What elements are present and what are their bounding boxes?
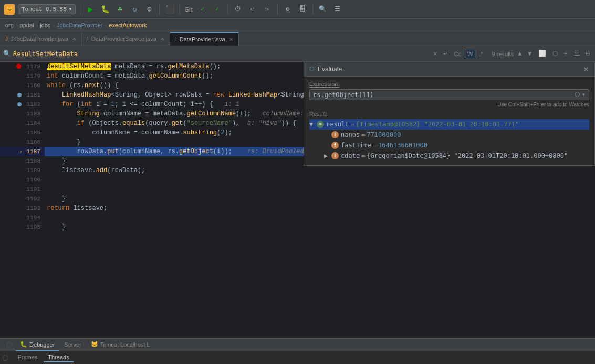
filter-button[interactable]: ⊟ (584, 49, 592, 59)
run-button[interactable]: ▶ (85, 4, 96, 15)
bottom-tab-server[interactable]: Server (60, 339, 85, 351)
result-tree: ▼ ∞ result = {Timestamp@10582} "2022-03-… (309, 119, 589, 161)
app-logo: 🐱 (4, 4, 15, 15)
settings-button[interactable]: ⚙ (282, 4, 294, 15)
tomcat-dropdown[interactable]: Tomcat 8.5.55 ▾ (18, 4, 76, 14)
linenum-1190: 1190 (24, 175, 40, 185)
tab-close-1[interactable]: ✕ (72, 36, 76, 42)
rerun-button[interactable]: ↩ (247, 4, 258, 15)
result-nanos-row[interactable]: f nanos = 771000000 (309, 130, 589, 140)
breadcrumb-class[interactable]: JdbcDataProvider (57, 22, 102, 28)
breadcrumb-method[interactable]: exectAutowork (109, 22, 147, 28)
debug-button[interactable]: 🐛 (99, 4, 111, 15)
code-line-1194: 1194 (0, 213, 595, 222)
result-val-nanos: 771000000 (367, 130, 401, 140)
breadcrumb-jdbc[interactable]: jdbc (40, 22, 50, 28)
sep4 (227, 4, 228, 15)
tab-jdbcdataprovider[interactable]: J JdbcDataProvider.java ✕ (0, 32, 82, 46)
expand-button[interactable]: ⬜ (536, 49, 548, 59)
linenum-1181: 1181 (24, 90, 40, 100)
bottom-subtab-frames[interactable]: Frames (14, 353, 41, 362)
linenum-1194: 1194 (24, 213, 40, 222)
next-result-button[interactable]: ▼ (526, 49, 534, 59)
options-button[interactable]: ⬡ (550, 49, 560, 59)
reload-button[interactable]: ↻ (129, 4, 140, 15)
gutter-1187: → 1187 (0, 147, 45, 156)
git-label: Git: (184, 6, 193, 13)
sep3 (180, 4, 180, 15)
code-1195: } (45, 222, 595, 232)
evaluate-close-button[interactable]: ✕ (583, 65, 589, 73)
match-case-button[interactable]: Cc (451, 50, 463, 58)
evaluate-expression-input[interactable] (313, 91, 572, 99)
result-val-root: {Timestamp@10582} "2022-03-01 20:10:01.7… (356, 120, 519, 129)
prev-search-button[interactable]: ↩ (441, 49, 449, 59)
result-icon-fasttime: f (331, 142, 339, 149)
bookmark-1181 (17, 93, 22, 97)
sep1 (80, 4, 80, 15)
sep2 (159, 4, 160, 15)
result-expand-root[interactable]: ▼ (309, 120, 317, 129)
bottom-tab-tomcat[interactable]: 🐱 Tomcat Localhost L (87, 339, 154, 351)
bottom-tab-debugger[interactable]: 🐛 Debugger (16, 339, 59, 351)
gutter-1180: 1180 (0, 81, 45, 90)
stop-button[interactable]: ⬛ (164, 4, 175, 15)
linenum-1183: 1183 (24, 109, 40, 119)
breadcrumb-org[interactable]: org (5, 22, 14, 28)
coverage-button[interactable]: ☘ (114, 4, 126, 15)
code-line-1195: 1195 } (0, 222, 595, 232)
result-icon-cdate: f (331, 152, 339, 159)
bottom-tabs: ⬡ 🐛 Debugger Server 🐱 Tomcat Localhost L (0, 339, 595, 351)
evaluate-dropdown-button[interactable]: ▾ (582, 91, 586, 99)
result-root-row[interactable]: ▼ ∞ result = {Timestamp@10582} "2022-03-… (309, 119, 589, 130)
git-checkmark1[interactable]: ✓ (197, 4, 208, 15)
result-name-fasttime: fastTime (341, 141, 371, 150)
bottom-panel: ⬡ 🐛 Debugger Server 🐱 Tomcat Localhost L… (0, 338, 595, 364)
editor-area: ⬤ 1178 ResultSetMetaData metaData = rs.g… (0, 62, 595, 338)
git-checkmark2[interactable]: ✓ (212, 4, 223, 15)
find-button[interactable]: ☰ (332, 4, 343, 15)
bottom-subtabs: Frames Threads (11, 351, 77, 364)
evaluate-expand-button[interactable]: ⬡ (575, 91, 580, 99)
prev-result-button[interactable]: ▲ (516, 49, 524, 59)
tab-label-2: DataProviderService.java (91, 36, 156, 42)
bottom-content: ⬡ Frames Threads (0, 351, 595, 364)
code-line-1192: 1192 } (0, 194, 595, 204)
code-1190 (45, 175, 595, 185)
evaluate-panel: ⬡ Evaluate ✕ Expression: ⬡ ▾ Use Ctrl+Sh… (304, 62, 595, 166)
tab-dataproviderservice[interactable]: I DataProviderService.java ✕ (82, 32, 170, 46)
gutter-1189: 1189 (0, 166, 45, 175)
debug-arrow-1187: → (18, 147, 22, 156)
breadcrumb-ppdai[interactable]: ppdai (20, 22, 34, 28)
clear-search-button[interactable]: ✕ (431, 49, 439, 59)
search-everywhere-button[interactable]: 🔍 (317, 4, 329, 15)
gutter-1184: 1184 (0, 119, 45, 128)
build-button[interactable]: ⚙ (143, 4, 155, 15)
result-fasttime-row[interactable]: f fastTime = 1646136601000 (309, 140, 589, 151)
search-input[interactable] (13, 50, 429, 58)
rerun2-button[interactable]: ↪ (262, 4, 273, 15)
gutter-1181: 1181 (0, 90, 45, 100)
options3-button[interactable]: ☰ (572, 49, 582, 59)
options2-button[interactable]: ≡ (562, 49, 570, 59)
result-expand-cdate[interactable]: ▶ (324, 151, 331, 160)
database-button[interactable]: 🗄 (297, 4, 308, 15)
tab-close-3[interactable]: ✕ (229, 37, 233, 42)
bottom-subtab-threads[interactable]: Threads (44, 353, 73, 362)
gutter-1179: 1179 (0, 71, 45, 81)
linenum-1192: 1192 (24, 194, 40, 204)
tab-label-1: JdbcDataProvider.java (11, 36, 68, 42)
tomcat-label: Tomcat 8.5.55 (22, 6, 67, 13)
result-icon-root: ∞ (317, 121, 324, 128)
profiler-button[interactable]: ⏱ (232, 4, 244, 15)
regex-button[interactable]: .* (476, 50, 485, 58)
word-button[interactable]: W (465, 50, 475, 58)
gutter-1190: 1190 (0, 175, 45, 185)
result-cdate-row[interactable]: ▶ f cdate = {Gregorian$Date@10584} "2022… (309, 151, 589, 161)
bottom-tab-server-label: Server (64, 341, 81, 348)
linenum-1180: 1180 (24, 81, 40, 90)
search-count: 9 results (492, 51, 514, 57)
evaluate-expression-label: Expression: (309, 81, 589, 87)
tab-dataprovider[interactable]: I DataProvider.java ✕ (170, 32, 239, 46)
tab-close-2[interactable]: ✕ (160, 36, 164, 42)
